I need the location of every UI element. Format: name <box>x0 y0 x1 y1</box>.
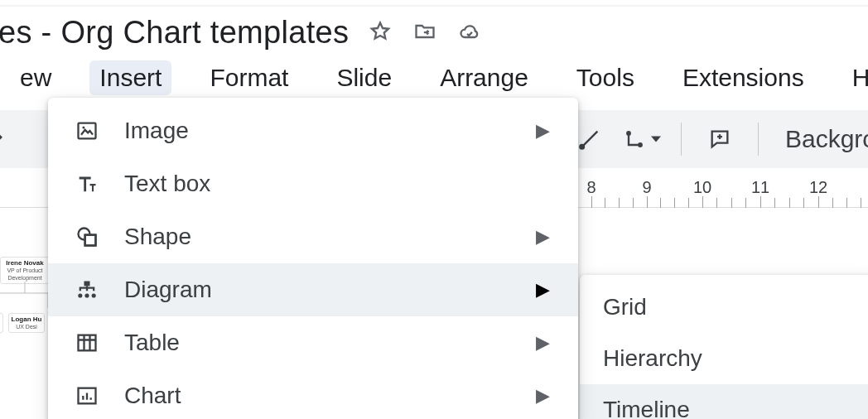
image-icon <box>73 119 101 142</box>
menu-item-text-box[interactable]: Text box <box>48 157 578 210</box>
menu-insert[interactable]: Insert <box>89 60 171 95</box>
org-card: Logan Hu UX Desi <box>8 313 45 333</box>
menu-item-image[interactable]: Image ▶ <box>48 104 578 157</box>
ruler-tick: 10 <box>693 178 711 197</box>
text-box-icon <box>73 172 101 195</box>
menu-slide[interactable]: Slide <box>326 60 402 95</box>
ruler-tick: 9 <box>642 178 651 197</box>
svg-rect-6 <box>85 235 96 246</box>
connector-tool[interactable] <box>623 121 661 157</box>
star-icon[interactable] <box>369 20 392 46</box>
ruler-tick: 8 <box>586 178 596 197</box>
toolbar-separator <box>758 123 759 156</box>
redo-button[interactable] <box>0 121 12 157</box>
menu-item-label: Image <box>124 118 513 144</box>
submenu-arrow-icon: ▶ <box>536 279 550 301</box>
menu-item-label: Text box <box>124 171 550 197</box>
menu-arrange[interactable]: Arrange <box>430 60 538 95</box>
svg-point-9 <box>78 293 82 297</box>
menu-view[interactable]: ew <box>10 60 61 95</box>
table-icon <box>73 331 101 354</box>
diagram-submenu: Grid Hierarchy Timeline <box>580 275 868 419</box>
shape-icon <box>73 225 101 248</box>
submenu-arrow-icon: ▶ <box>536 226 550 248</box>
diagram-icon <box>73 278 101 301</box>
org-card: Irene Novak VP of Product Development <box>0 257 50 284</box>
menu-item-label: Table <box>124 330 513 356</box>
svg-point-11 <box>92 293 96 297</box>
svg-point-4 <box>82 126 84 128</box>
svg-point-10 <box>84 293 89 297</box>
submenu-item-timeline[interactable]: Timeline <box>580 384 868 419</box>
add-comment-button[interactable] <box>702 121 738 157</box>
menu-item-table[interactable]: Table ▶ <box>48 316 578 369</box>
document-title[interactable]: es - Org Chart templates <box>0 15 349 51</box>
ruler-tick: 12 <box>809 178 827 197</box>
menu-extensions[interactable]: Extensions <box>673 60 814 95</box>
svg-rect-12 <box>79 335 96 351</box>
menu-item-shape[interactable]: Shape ▶ <box>48 210 578 263</box>
menu-item-label: Diagram <box>124 277 513 303</box>
menu-item-label: Shape <box>124 224 513 250</box>
submenu-item-grid[interactable]: Grid <box>580 282 868 333</box>
svg-point-0 <box>580 145 584 149</box>
title-bar: es - Org Chart templates <box>0 5 868 55</box>
submenu-arrow-icon: ▶ <box>536 120 550 142</box>
menu-bar: ew Insert Format Slide Arrange Tools Ext… <box>0 55 868 104</box>
insert-menu-dropdown: Image ▶ Text box Shape ▶ Diagram ▶ Table… <box>48 98 578 419</box>
menu-item-chart[interactable]: Chart ▶ <box>48 369 578 419</box>
submenu-item-label: Timeline <box>603 397 690 419</box>
org-card: Kim anager <box>0 313 3 333</box>
menu-item-diagram[interactable]: Diagram ▶ <box>48 263 578 316</box>
menu-format[interactable]: Format <box>200 60 298 95</box>
svg-point-2 <box>638 142 643 147</box>
submenu-arrow-icon: ▶ <box>536 385 550 407</box>
move-folder-icon[interactable] <box>413 20 436 46</box>
svg-rect-8 <box>84 282 90 287</box>
ruler-tick: 11 <box>751 178 769 197</box>
submenu-item-label: Hierarchy <box>603 345 702 372</box>
submenu-item-hierarchy[interactable]: Hierarchy <box>580 333 868 384</box>
chart-icon <box>73 384 101 407</box>
menu-item-label: Chart <box>124 383 513 409</box>
toolbar-separator <box>681 123 682 156</box>
submenu-arrow-icon: ▶ <box>536 332 550 354</box>
menu-help[interactable]: Help <box>842 60 868 95</box>
menu-tools[interactable]: Tools <box>567 60 644 95</box>
submenu-item-label: Grid <box>603 294 647 320</box>
background-button[interactable]: Backgro <box>785 125 868 153</box>
cloud-status-icon[interactable] <box>458 20 481 46</box>
